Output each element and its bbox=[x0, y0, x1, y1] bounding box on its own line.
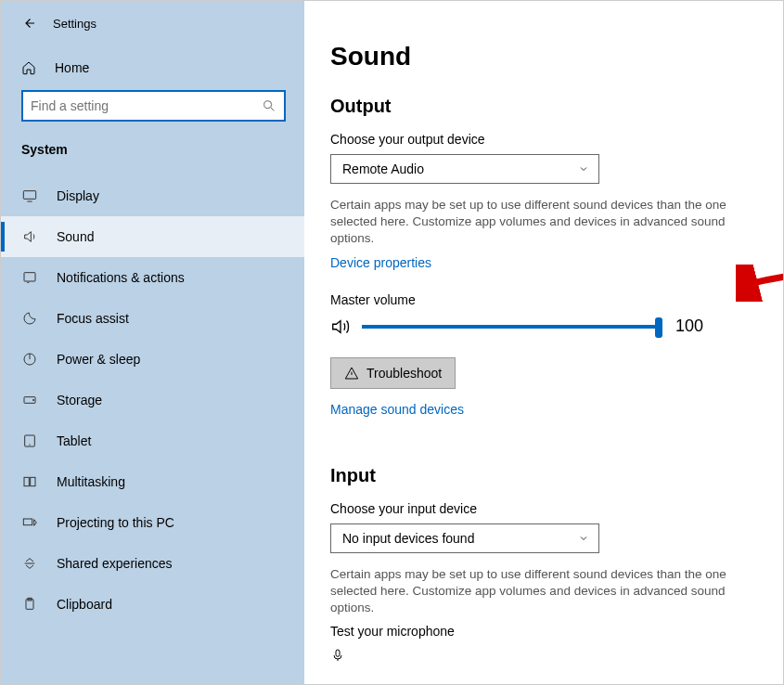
sidebar-item-notifications[interactable]: Notifications & actions bbox=[1, 257, 304, 298]
sidebar-item-storage[interactable]: Storage bbox=[1, 380, 304, 420]
troubleshoot-button[interactable]: Troubleshoot bbox=[330, 357, 456, 389]
input-desc: Certain apps may be set up to use differ… bbox=[330, 566, 757, 617]
notifications-icon bbox=[21, 270, 38, 285]
svg-rect-1 bbox=[23, 191, 35, 200]
arrow-left-icon bbox=[20, 15, 37, 32]
output-device-dropdown[interactable]: Remote Audio bbox=[330, 154, 599, 184]
sidebar: Settings Home System Display Sound No bbox=[1, 1, 304, 684]
focus-assist-icon bbox=[21, 311, 38, 326]
chevron-down-icon bbox=[578, 533, 589, 544]
sound-icon bbox=[21, 229, 38, 244]
output-heading: Output bbox=[330, 96, 761, 117]
volume-value: 100 bbox=[675, 317, 703, 336]
output-desc: Certain apps may be set up to use differ… bbox=[330, 197, 757, 248]
sidebar-item-label: Multitasking bbox=[57, 474, 125, 489]
home-nav[interactable]: Home bbox=[1, 44, 304, 90]
power-icon bbox=[21, 352, 38, 367]
chevron-down-icon bbox=[578, 163, 589, 174]
home-icon bbox=[21, 60, 38, 75]
sidebar-item-shared-exp[interactable]: Shared experiences bbox=[1, 543, 304, 584]
tablet-icon bbox=[21, 433, 38, 448]
input-device-selected: No input devices found bbox=[342, 531, 474, 546]
svg-rect-9 bbox=[23, 519, 32, 525]
projecting-icon bbox=[21, 515, 38, 530]
titlebar: Settings bbox=[1, 8, 304, 44]
volume-slider[interactable] bbox=[362, 325, 659, 329]
sidebar-item-label: Notifications & actions bbox=[57, 270, 185, 285]
sidebar-item-display[interactable]: Display bbox=[1, 175, 304, 216]
output-choose-label: Choose your output device bbox=[330, 132, 761, 147]
sidebar-item-projecting[interactable]: Projecting to this PC bbox=[1, 502, 304, 543]
multitasking-icon bbox=[21, 474, 38, 489]
settings-window: Settings Home System Display Sound No bbox=[0, 0, 784, 685]
sidebar-item-clipboard[interactable]: Clipboard bbox=[1, 584, 304, 625]
sidebar-item-multitasking[interactable]: Multitasking bbox=[1, 461, 304, 502]
input-device-dropdown[interactable]: No input devices found bbox=[330, 523, 599, 553]
svg-point-5 bbox=[32, 399, 33, 400]
sidebar-item-label: Storage bbox=[57, 393, 102, 407]
input-section: Input Choose your input device No input … bbox=[330, 465, 761, 664]
clipboard-icon bbox=[21, 597, 38, 612]
sidebar-item-tablet[interactable]: Tablet bbox=[1, 420, 304, 461]
sidebar-item-label: Focus assist bbox=[57, 311, 129, 326]
troubleshoot-label: Troubleshoot bbox=[366, 366, 442, 381]
search-box[interactable] bbox=[21, 90, 286, 122]
master-volume-label: Master volume bbox=[330, 292, 761, 307]
home-label: Home bbox=[55, 60, 89, 75]
svg-rect-8 bbox=[31, 477, 35, 485]
svg-rect-12 bbox=[336, 650, 340, 656]
sidebar-item-label: Display bbox=[57, 188, 99, 203]
sidebar-item-sound[interactable]: Sound bbox=[1, 216, 304, 257]
svg-rect-2 bbox=[24, 273, 35, 281]
sidebar-item-label: Shared experiences bbox=[57, 556, 173, 571]
sidebar-item-label: Clipboard bbox=[57, 597, 112, 612]
input-choose-label: Choose your input device bbox=[330, 501, 761, 516]
storage-icon bbox=[21, 393, 38, 407]
microphone-icon bbox=[330, 648, 345, 663]
mic-test-row bbox=[330, 648, 761, 663]
search-icon bbox=[262, 98, 276, 113]
nav-list: Display Sound Notifications & actions Fo… bbox=[1, 175, 304, 625]
sidebar-item-power-sleep[interactable]: Power & sleep bbox=[1, 339, 304, 380]
device-properties-link[interactable]: Device properties bbox=[330, 255, 431, 270]
output-device-selected: Remote Audio bbox=[342, 162, 424, 176]
sidebar-item-label: Tablet bbox=[57, 433, 91, 448]
sidebar-item-label: Power & sleep bbox=[57, 352, 140, 367]
warning-icon bbox=[344, 366, 359, 381]
sidebar-item-focus-assist[interactable]: Focus assist bbox=[1, 298, 304, 339]
back-button[interactable] bbox=[18, 12, 40, 34]
manage-devices-link[interactable]: Manage sound devices bbox=[330, 402, 464, 417]
section-header: System bbox=[1, 138, 304, 175]
volume-thumb[interactable] bbox=[655, 317, 662, 338]
page-title: Sound bbox=[330, 42, 761, 71]
sidebar-item-label: Projecting to this PC bbox=[57, 515, 174, 530]
display-icon bbox=[21, 188, 38, 203]
sidebar-item-label: Sound bbox=[57, 229, 94, 244]
app-title: Settings bbox=[53, 17, 96, 31]
input-heading: Input bbox=[330, 465, 761, 486]
volume-slider-row: 100 bbox=[330, 317, 761, 337]
svg-point-0 bbox=[264, 101, 272, 109]
search-input[interactable] bbox=[31, 98, 262, 113]
svg-rect-7 bbox=[24, 477, 29, 485]
shared-icon bbox=[21, 556, 38, 571]
test-mic-label: Test your microphone bbox=[330, 624, 761, 639]
content-pane: Sound Output Choose your output device R… bbox=[304, 1, 783, 684]
speaker-icon bbox=[330, 317, 351, 337]
